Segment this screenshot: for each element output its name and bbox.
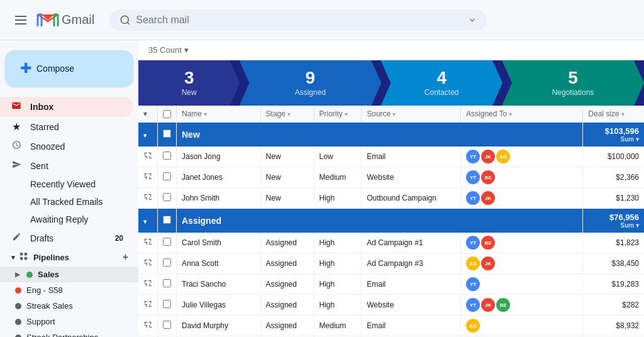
compose-button[interactable]: ✚ Compose: [5, 50, 133, 87]
row-expand-cell: [138, 167, 158, 188]
row-checkbox[interactable]: [163, 258, 171, 267]
row-stage-cell: New: [260, 188, 314, 209]
pipeline-dot-partnerships: [15, 334, 21, 338]
row-checkbox[interactable]: [163, 238, 171, 246]
row-assigned-cell: AG: [461, 316, 583, 336]
row-deal-cell: $282: [583, 295, 644, 316]
th-expand: ▾: [138, 106, 158, 123]
group-checkbox-assigned-group[interactable]: [163, 216, 171, 224]
row-deal-cell: $2,366: [583, 167, 644, 188]
group-sum-label: Sum ▾: [588, 136, 639, 143]
row-checkbox-cell: [158, 233, 177, 253]
row-name-cell[interactable]: John Smith: [177, 188, 261, 209]
stage-block-contacted[interactable]: 4 Contacted: [380, 60, 502, 106]
sidebar-item-inbox[interactable]: Inbox: [0, 97, 133, 117]
row-name-cell[interactable]: Anna Scott: [177, 253, 261, 274]
avatar-group: YT: [466, 277, 577, 291]
stage-name-negotiations: Negotiations: [552, 88, 594, 97]
table-row[interactable]: Julie Villegas Assigned High Website YT …: [138, 295, 644, 316]
table-row[interactable]: Janet Jones New Medium Website YT BE $2,…: [138, 167, 644, 188]
row-deal-cell: $1,230: [583, 188, 644, 209]
expand-col-icon: ▾: [143, 109, 147, 118]
avatar-group: YT JK: [466, 191, 577, 205]
count-label[interactable]: 35 Count ▾: [148, 45, 189, 55]
row-source-cell: Website: [362, 295, 461, 316]
stage-block-assigned[interactable]: 9 Assigned: [239, 60, 381, 106]
count-dropdown-icon[interactable]: ▾: [184, 45, 189, 55]
pipeline-item-streak-sales[interactable]: Streak Sales: [0, 298, 138, 314]
assigned-filter-icon[interactable]: ▾: [509, 111, 512, 118]
group-name-label: New: [182, 130, 200, 140]
table-row[interactable]: Carol Smith Assigned High Ad Campaign #1…: [138, 233, 644, 253]
table-row[interactable]: Traci Sancho Assigned High Email YT $19,…: [138, 274, 644, 295]
row-name-cell[interactable]: Carol Smith: [177, 233, 261, 253]
table-row[interactable]: John Smith New High Outbound Campaign YT…: [138, 188, 644, 209]
row-checkbox-cell: [158, 167, 177, 188]
sidebar-item-sent[interactable]: Sent: [0, 156, 133, 175]
table-row[interactable]: Anna Scott Assigned High Ad Campaign #3 …: [138, 253, 644, 274]
group-chevron-icon: ▾: [143, 132, 147, 139]
assignee-avatar: BE: [481, 170, 495, 184]
pipeline-item-support[interactable]: Support: [0, 314, 138, 329]
stages-header: 3 New 9 Assigned 4 Contacted 5 Negotiati…: [138, 60, 644, 106]
group-header-assigned-group[interactable]: ▾ Assigned $76,956 Sum ▾: [138, 209, 644, 233]
row-checkbox-cell: [158, 253, 177, 274]
add-pipeline-icon[interactable]: +: [123, 251, 128, 263]
group-checkbox-new-group[interactable]: [163, 130, 171, 138]
stage-name-assigned: Assigned: [295, 88, 326, 97]
pipeline-item-eng-s58[interactable]: Eng - S58: [0, 282, 138, 298]
search-dropdown-icon[interactable]: [468, 16, 477, 25]
content-area: 35 Count ▾ 3 New 9 Assigned 4 Contacted …: [138, 40, 644, 337]
pipeline-dot-eng: [15, 287, 21, 294]
deal-filter-icon[interactable]: ▾: [621, 111, 625, 118]
assignee-avatar: JK: [481, 150, 495, 163]
row-checkbox[interactable]: [163, 193, 171, 201]
sidebar-item-snoozed[interactable]: Snoozed: [0, 136, 133, 156]
assignee-avatar: JK: [481, 298, 495, 312]
sidebar-item-all-tracked[interactable]: All Tracked Emails: [25, 193, 133, 211]
row-checkbox[interactable]: [163, 300, 171, 308]
all-tracked-label: All Tracked Emails: [30, 197, 103, 207]
assignee-avatar: BE: [481, 236, 495, 250]
row-name-cell[interactable]: David Murphy: [177, 316, 261, 336]
stage-filter-icon[interactable]: ▾: [287, 111, 291, 118]
row-checkbox[interactable]: [163, 279, 171, 287]
group-header-new-group[interactable]: ▾ New $103,596 Sum ▾: [138, 123, 644, 147]
avatar-group: AG JK: [466, 257, 577, 270]
row-assigned-cell: YT BE: [461, 233, 583, 253]
sidebar-item-awaiting-reply[interactable]: Awaiting Reply: [25, 211, 133, 228]
stage-block-new[interactable]: 3 New: [138, 60, 240, 106]
pipeline-item-sales[interactable]: ▶ Sales: [0, 267, 138, 282]
source-filter-icon[interactable]: ▾: [392, 111, 396, 118]
inbox-label: Inbox: [30, 102, 53, 112]
assignee-avatar: JK: [481, 191, 495, 205]
hamburger-menu[interactable]: [10, 11, 31, 30]
row-name-cell[interactable]: Julie Villegas: [177, 295, 261, 316]
expand-row-icon: [143, 279, 152, 288]
row-checkbox-cell: [158, 295, 177, 316]
sidebar-item-starred[interactable]: ★ Starred: [0, 117, 133, 136]
stage-block-negotiations[interactable]: 5 Negotiations: [502, 60, 644, 106]
row-name-cell[interactable]: Janet Jones: [177, 167, 261, 188]
table-row[interactable]: David Murphy Assigned Medium Email AG $8…: [138, 316, 644, 336]
pipeline-item-streak-partnerships[interactable]: Streak Partnerships: [0, 329, 138, 337]
row-checkbox[interactable]: [163, 172, 171, 180]
row-deal-cell: $100,000: [583, 146, 644, 167]
select-all-checkbox[interactable]: [163, 110, 171, 118]
row-checkbox[interactable]: [163, 321, 171, 329]
priority-filter-icon[interactable]: ▾: [345, 111, 348, 118]
name-filter-icon[interactable]: ▾: [204, 111, 207, 118]
search-icon: [119, 14, 131, 26]
drafts-label: Drafts: [30, 233, 53, 243]
row-checkbox[interactable]: [163, 152, 171, 160]
search-bar[interactable]: [109, 9, 487, 31]
avatar-group: YT JK BE: [466, 298, 577, 312]
pipelines-header[interactable]: ▼ Pipelines +: [0, 248, 138, 267]
search-input[interactable]: [136, 14, 463, 26]
stage-count-new: 3: [184, 69, 194, 87]
row-name-cell[interactable]: Jason Jong: [177, 146, 261, 167]
sidebar-item-recently-viewed[interactable]: Recently Viewed: [25, 175, 133, 193]
table-row[interactable]: Jason Jong New Low Email YT JK AG $100,0…: [138, 146, 644, 167]
sidebar-item-drafts[interactable]: Drafts 20: [0, 228, 133, 248]
row-name-cell[interactable]: Traci Sancho: [177, 274, 261, 295]
